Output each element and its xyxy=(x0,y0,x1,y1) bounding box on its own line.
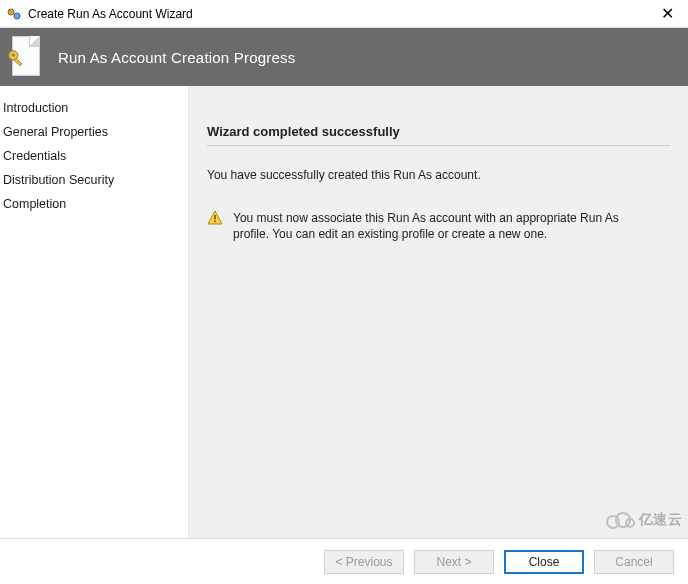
wizard-sidebar: Introduction General Properties Credenti… xyxy=(0,86,188,538)
sidebar-item-distribution-security[interactable]: Distribution Security xyxy=(3,168,188,192)
success-message: You have successfully created this Run A… xyxy=(207,168,670,182)
wizard-banner: Run As Account Creation Progress xyxy=(0,28,688,86)
content-heading: Wizard completed successfully xyxy=(207,124,670,146)
svg-rect-4 xyxy=(14,58,22,66)
sidebar-item-introduction[interactable]: Introduction xyxy=(3,96,188,120)
close-icon[interactable]: ✕ xyxy=(653,6,682,22)
wizard-content: Wizard completed successfully You have s… xyxy=(188,86,688,538)
sidebar-item-credentials[interactable]: Credentials xyxy=(3,144,188,168)
svg-rect-7 xyxy=(214,221,216,223)
next-button: Next > xyxy=(414,550,494,574)
svg-point-1 xyxy=(14,13,20,19)
page-key-icon xyxy=(6,34,44,80)
svg-point-0 xyxy=(8,9,14,15)
sidebar-item-general-properties[interactable]: General Properties xyxy=(3,120,188,144)
svg-point-3 xyxy=(12,54,15,57)
body-area: Introduction General Properties Credenti… xyxy=(0,86,688,538)
warning-row: You must now associate this Run As accou… xyxy=(207,210,670,242)
banner-heading: Run As Account Creation Progress xyxy=(58,49,295,66)
warning-icon xyxy=(207,210,223,226)
titlebar: Create Run As Account Wizard ✕ xyxy=(0,0,688,28)
sidebar-item-completion[interactable]: Completion xyxy=(3,192,188,216)
previous-button: < Previous xyxy=(324,550,404,574)
wizard-footer: < Previous Next > Close Cancel xyxy=(0,538,688,584)
cancel-button: Cancel xyxy=(594,550,674,574)
warning-message: You must now associate this Run As accou… xyxy=(233,210,653,242)
app-icon xyxy=(6,6,22,22)
close-button[interactable]: Close xyxy=(504,550,584,574)
svg-rect-6 xyxy=(214,215,216,220)
window-title: Create Run As Account Wizard xyxy=(28,7,653,21)
